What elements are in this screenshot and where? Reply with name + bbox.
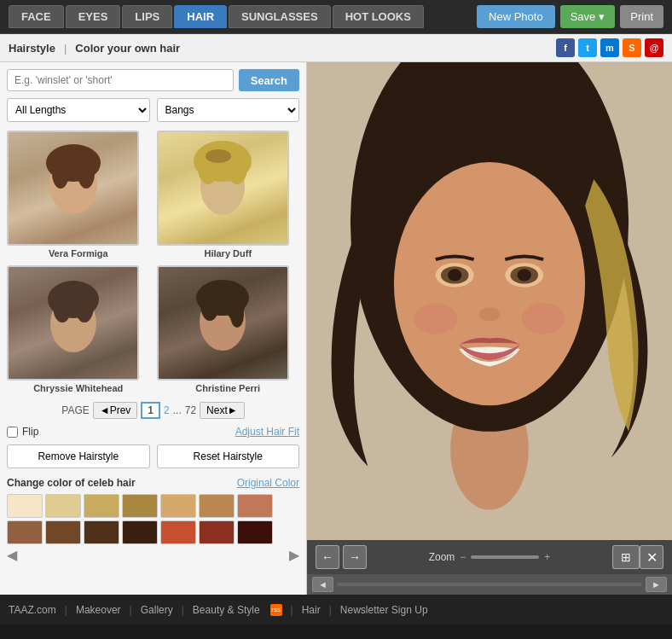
scroll-left-button[interactable]: ◄: [312, 577, 333, 592]
footer-beauty-style-link[interactable]: Beauty & Style: [193, 604, 260, 616]
svg-point-28: [479, 307, 500, 321]
page-ellipsis: ...: [173, 404, 182, 416]
svg-point-21: [394, 162, 585, 405]
color-swatches-row-2: [7, 520, 299, 544]
svg-point-29: [414, 303, 457, 334]
tab-lips[interactable]: LIPS: [122, 5, 172, 28]
hairstyle-link[interactable]: Hairstyle: [9, 42, 55, 55]
photo-left-arrow[interactable]: ←: [316, 545, 339, 569]
page-2-link[interactable]: 2: [164, 404, 170, 416]
svg-point-11: [53, 290, 72, 322]
swatches-next-button[interactable]: ▶: [289, 547, 299, 563]
swatch-8[interactable]: [7, 520, 43, 544]
svg-point-12: [75, 290, 94, 322]
zoom-area: Zoom − +: [367, 551, 612, 563]
scroll-right-button[interactable]: ►: [646, 577, 667, 592]
hairstyle-image-4: [157, 265, 289, 380]
email-icon[interactable]: @: [645, 38, 663, 57]
swatch-13[interactable]: [199, 520, 235, 544]
nav-arrows: ← →: [316, 545, 367, 569]
swatch-1[interactable]: [7, 494, 43, 518]
swatch-2[interactable]: [45, 494, 81, 518]
footer-newsletter-link[interactable]: Newsletter Sign Up: [340, 604, 428, 616]
footer-makeover-link[interactable]: Makeover: [76, 604, 121, 616]
new-photo-button[interactable]: New Photo: [477, 5, 555, 28]
footer-site-name[interactable]: TAAZ.com: [9, 604, 56, 616]
tab-sunglasses[interactable]: SUNGLASSES: [229, 5, 331, 28]
hairstyle-item-3[interactable]: Chryssie Whitehead: [7, 265, 150, 393]
svg-point-15: [200, 288, 219, 321]
svg-point-8: [206, 149, 231, 163]
original-color-link[interactable]: Original Color: [237, 477, 299, 489]
rss-icon[interactable]: rss: [270, 604, 282, 616]
color-hair-link[interactable]: Color your own hair: [75, 42, 180, 55]
tab-eyes[interactable]: EYES: [66, 5, 121, 28]
bangs-filter[interactable]: Bangs No Bangs Side Bangs: [157, 98, 300, 122]
swatch-12[interactable]: [160, 520, 196, 544]
next-page-button[interactable]: Next►: [200, 402, 245, 419]
pagination: PAGE ◄Prev 1 2 ... 72 Next►: [7, 402, 299, 419]
swatches-prev-button[interactable]: ◀: [7, 547, 17, 563]
zoom-slider[interactable]: [471, 555, 539, 559]
reset-hairstyle-button[interactable]: Reset Hairstyle: [157, 444, 300, 468]
color-section-header: Change color of celeb hair Original Colo…: [7, 477, 299, 489]
swatch-10[interactable]: [84, 520, 119, 544]
photo-area: [307, 62, 672, 540]
flip-adjust-row: Flip Adjust Hair Fit: [7, 426, 299, 438]
sub-bar: Hairstyle | Color your own hair f t m S …: [0, 34, 672, 62]
swatch-6[interactable]: [199, 494, 235, 518]
close-photo-button[interactable]: ✕: [640, 545, 663, 569]
flip-checkbox[interactable]: [7, 427, 18, 438]
swatch-4[interactable]: [122, 494, 158, 518]
search-input[interactable]: [7, 69, 234, 91]
hairstyle-name-4: Christine Perri: [157, 383, 300, 393]
hairstyle-item-2[interactable]: Hilary Duff: [157, 131, 300, 259]
hairstyle-image-2: [157, 131, 289, 246]
hairstyle-name-2: Hilary Duff: [157, 248, 300, 259]
remove-hairstyle-button[interactable]: Remove Hairstyle: [7, 444, 150, 468]
total-pages: 72: [185, 404, 196, 416]
tab-face[interactable]: FACE: [9, 5, 64, 28]
save-button[interactable]: Save ▾: [560, 5, 616, 28]
swatch-3[interactable]: [84, 494, 119, 518]
svg-point-2: [52, 158, 69, 189]
main-content: Search All Lengths Short Medium Long Ban…: [0, 62, 672, 595]
swatch-7[interactable]: [237, 494, 273, 518]
hairstyle-name-1: Vera Formiga: [7, 248, 150, 259]
swatch-5[interactable]: [160, 494, 196, 518]
swatch-14[interactable]: [237, 520, 273, 544]
footer-gallery-link[interactable]: Gallery: [141, 604, 173, 616]
hairstyle-item-4[interactable]: Christine Perri: [157, 265, 300, 393]
svg-point-27: [518, 269, 531, 281]
bottom-controls: ◄ ►: [307, 574, 672, 595]
camera-button[interactable]: ⊞: [612, 545, 640, 569]
tab-hot-looks[interactable]: HOT LOOKS: [333, 5, 424, 28]
flip-label[interactable]: Flip: [22, 426, 38, 438]
zoom-plus[interactable]: +: [544, 551, 550, 563]
facebook-icon[interactable]: f: [556, 38, 575, 57]
hairstyle-item-1[interactable]: Vera Formiga: [7, 131, 150, 259]
twitter-icon[interactable]: t: [578, 38, 597, 57]
top-actions: New Photo Save ▾ Print: [477, 5, 663, 28]
length-filter[interactable]: All Lengths Short Medium Long: [7, 98, 150, 122]
adjust-hair-fit-link[interactable]: Adjust Hair Fit: [235, 426, 299, 438]
sub-bar-separator: |: [64, 42, 67, 55]
current-page: 1: [141, 402, 160, 419]
swatch-11[interactable]: [122, 520, 158, 544]
flip-control: Flip: [7, 426, 38, 438]
nav-tabs: FACE EYES LIPS HAIR SUNGLASSES HOT LOOKS: [9, 5, 424, 28]
tab-hair[interactable]: HAIR: [174, 5, 227, 28]
myspace-icon[interactable]: m: [600, 38, 619, 57]
search-button[interactable]: Search: [239, 69, 299, 91]
hairstyle-grid: Vera Formiga Hilary Duff: [7, 131, 299, 393]
footer-hair-link[interactable]: Hair: [302, 604, 321, 616]
swatch-9[interactable]: [45, 520, 81, 544]
page-label: PAGE: [61, 404, 89, 416]
zoom-minus[interactable]: −: [460, 551, 466, 563]
svg-point-26: [448, 269, 461, 281]
horizontal-scrollbar[interactable]: [337, 583, 642, 586]
stumbleupon-icon[interactable]: S: [623, 38, 641, 57]
prev-page-button[interactable]: ◄Prev: [93, 402, 138, 419]
photo-right-arrow[interactable]: →: [343, 545, 367, 569]
print-button[interactable]: Print: [620, 5, 663, 28]
